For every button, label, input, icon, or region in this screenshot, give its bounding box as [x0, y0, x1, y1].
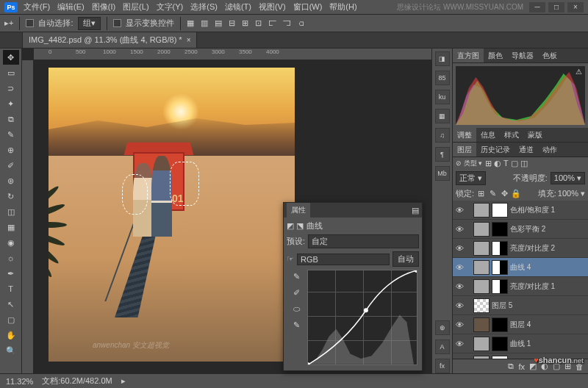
tab-masks[interactable]: 蒙版 — [523, 128, 547, 142]
stamp-tool[interactable]: ⊛ — [3, 173, 19, 188]
layer-row[interactable]: 👁 图层 5 — [453, 296, 588, 315]
menu-image[interactable]: 图像(I) — [92, 1, 115, 12]
sample-white-icon[interactable]: ✐ — [290, 286, 303, 299]
layer-mask-thumb[interactable] — [492, 317, 508, 332]
crop-tool[interactable]: ⧉ — [3, 112, 19, 126]
dock-icon-3[interactable]: ku — [435, 90, 450, 104]
blend-mode-dropdown[interactable]: 正常 ▾ — [456, 171, 486, 185]
menu-edit[interactable]: 编辑(E) — [57, 1, 85, 12]
marquee-tool[interactable]: ▭ — [3, 65, 19, 80]
visibility-toggle[interactable]: 👁 — [454, 301, 465, 310]
layer-row[interactable]: 👁 色彩平衡 2 — [453, 220, 588, 239]
minimize-button[interactable]: ─ — [529, 2, 545, 12]
tab-histogram[interactable]: 直方图 — [453, 48, 484, 62]
visibility-toggle[interactable]: 👁 — [454, 206, 465, 215]
menu-type[interactable]: 文字(Y) — [157, 1, 184, 12]
type-tool[interactable]: T — [3, 281, 19, 296]
layer-mask-thumb[interactable] — [492, 337, 508, 351]
lock-all-icon[interactable]: 🔒 — [511, 189, 521, 199]
layer-mask-thumb[interactable] — [492, 222, 508, 237]
tab-styles[interactable]: 样式 — [500, 128, 523, 142]
visibility-toggle[interactable]: 👁 — [454, 263, 465, 272]
visibility-toggle[interactable]: 👁 — [454, 340, 465, 348]
tab-adjustments[interactable]: 调整 — [453, 128, 476, 142]
tab-swatches[interactable]: 色板 — [538, 48, 562, 62]
menu-view[interactable]: 视图(V) — [259, 1, 286, 12]
tab-properties[interactable]: 属性 — [287, 203, 310, 218]
opacity-input[interactable]: 100% ▾ — [551, 172, 585, 184]
document-tab[interactable]: IMG_4482.psd @ 11.3% (曲线 4, RGB/8) * × — [22, 32, 197, 48]
layer-row[interactable]: 👁 色相/饱和度 1 — [453, 201, 588, 220]
menu-help[interactable]: 帮助(H) — [329, 1, 356, 12]
maximize-button[interactable]: □ — [548, 2, 564, 12]
close-button[interactable]: × — [567, 2, 584, 12]
visibility-toggle[interactable]: 👁 — [454, 225, 465, 234]
menu-window[interactable]: 窗口(W) — [293, 1, 323, 12]
dock-icon-1[interactable]: ◨ — [435, 51, 450, 66]
tab-history[interactable]: 历史记录 — [476, 143, 514, 157]
tab-navigator[interactable]: 导航器 — [507, 48, 538, 62]
channel-dropdown[interactable]: RGB — [297, 254, 390, 265]
dock-icon-7[interactable]: Mb — [435, 166, 450, 181]
zoom-tool[interactable]: 🔍 — [3, 343, 19, 358]
dock-icon-9[interactable]: A — [435, 340, 450, 354]
layer-thumb[interactable] — [473, 203, 490, 218]
dock-icon-6[interactable]: ¶ — [435, 147, 450, 162]
pen-tool[interactable]: ✒ — [3, 266, 19, 281]
layer-row[interactable]: 👁 亮度/对比度 1 — [453, 277, 588, 296]
panel-menu-icon[interactable]: ▤ — [412, 206, 419, 215]
wand-tool[interactable]: ✦ — [3, 96, 19, 111]
layer-thumb[interactable] — [473, 279, 490, 294]
history-brush-tool[interactable]: ↻ — [3, 189, 19, 204]
layer-row[interactable]: 👁 亮度/对比度 2 — [453, 239, 588, 258]
properties-panel[interactable]: 属性 ▤ ◩ ⬔ 曲线 预设: 自定 ☞ RGB 自动 ✎ ✐ ⬭ ✎ — [283, 202, 423, 371]
eyedropper-tool[interactable]: ✎ — [3, 127, 19, 142]
hand-tool[interactable]: ✋ — [3, 328, 19, 342]
gradient-tool[interactable]: ▦ — [3, 220, 19, 234]
layer-mask-thumb[interactable] — [492, 241, 508, 256]
dock-icon-5[interactable]: ♫ — [435, 128, 450, 143]
curves-editor[interactable] — [307, 270, 417, 365]
lock-pos-icon[interactable]: ✥ — [499, 189, 509, 199]
fx-icon[interactable]: fx — [518, 362, 525, 371]
auto-button[interactable]: 自动 — [392, 251, 419, 267]
draw-icon[interactable]: ✎ — [290, 318, 303, 331]
lasso-tool[interactable]: ⊃ — [3, 81, 19, 96]
brush-tool[interactable]: ✐ — [3, 158, 19, 173]
move-tool[interactable]: ✥ — [3, 50, 19, 65]
tab-info[interactable]: 信息 — [476, 128, 500, 142]
menu-file[interactable]: 文件(F) — [24, 1, 50, 12]
layer-row[interactable]: 👁 图层 4 — [453, 315, 588, 334]
dock-icon-4[interactable]: ▦ — [435, 109, 450, 123]
align-icons[interactable]: ▦ ▥ ▤ ⊟ ⊞ ⊡ ⫍ ⫎ ⫏ — [187, 18, 308, 28]
photo-canvas[interactable]: 01 anwenchan 安文超视觉 — [49, 68, 295, 362]
close-tab-icon[interactable]: × — [187, 36, 191, 44]
layer-thumb[interactable] — [473, 260, 490, 275]
dock-icon-8[interactable]: ⊕ — [435, 320, 450, 335]
dock-icon-2[interactable]: 85 — [435, 71, 450, 85]
transform-checkbox[interactable] — [113, 19, 121, 27]
edit-points-icon[interactable]: ⬭ — [290, 302, 303, 315]
layer-mask-thumb[interactable] — [492, 203, 508, 218]
layer-thumb[interactable] — [473, 222, 490, 237]
layer-row[interactable]: 👁 曲线 1 — [453, 334, 588, 353]
lock-paint-icon[interactable]: ✎ — [487, 189, 498, 199]
preset-dropdown[interactable]: 自定 — [308, 234, 419, 248]
tab-actions[interactable]: 动作 — [538, 143, 562, 157]
visibility-toggle[interactable]: 👁 — [454, 320, 465, 329]
tab-layers[interactable]: 图层 — [453, 143, 476, 157]
layer-thumb[interactable] — [473, 317, 490, 332]
tab-channels[interactable]: 通道 — [514, 143, 538, 157]
menu-select[interactable]: 选择(S) — [190, 1, 218, 12]
eraser-tool[interactable]: ◫ — [3, 204, 19, 219]
menu-filter[interactable]: 滤镜(T) — [225, 1, 251, 12]
sample-icon[interactable]: ✎ — [290, 270, 303, 283]
tab-color[interactable]: 颜色 — [484, 48, 507, 62]
menu-layer[interactable]: 图层(L) — [123, 1, 148, 12]
layer-mask-thumb[interactable] — [492, 260, 508, 275]
heal-tool[interactable]: ⊕ — [3, 143, 19, 157]
auto-select-checkbox[interactable] — [26, 19, 34, 27]
visibility-toggle[interactable]: 👁 — [454, 282, 465, 291]
layer-thumb[interactable] — [473, 298, 490, 313]
dodge-tool[interactable]: ☼ — [3, 251, 19, 265]
